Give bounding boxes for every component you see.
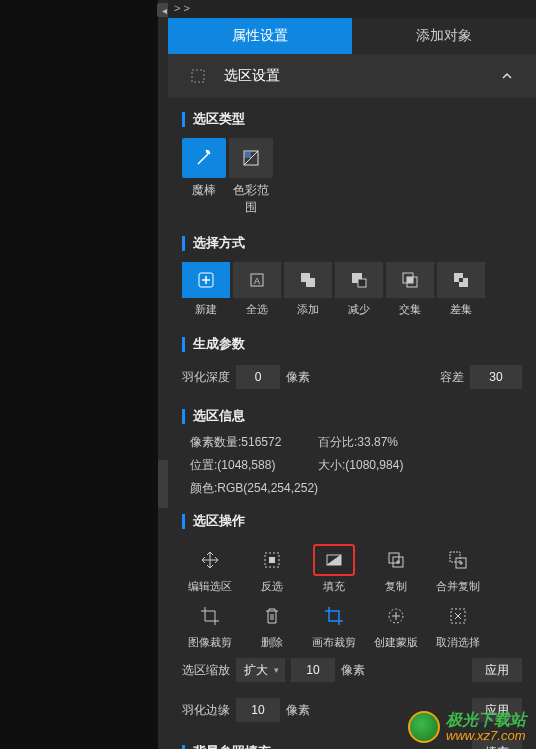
input-feather-edge[interactable]: [236, 698, 280, 722]
scroll-thumb[interactable]: [158, 460, 168, 508]
canvas-vscroll[interactable]: [158, 0, 168, 749]
label-feather-depth: 羽化深度: [182, 369, 230, 386]
input-tolerance[interactable]: [470, 365, 522, 389]
invert-icon: [261, 549, 283, 571]
label-sub: 减少: [335, 302, 383, 317]
canvas-area: [0, 0, 160, 749]
deselect-icon: [447, 605, 469, 627]
mode-diff[interactable]: [437, 262, 485, 298]
accent-bar-icon: [182, 409, 185, 424]
color-range-icon: [241, 148, 261, 168]
globe-icon: [408, 711, 440, 743]
op-fill[interactable]: [313, 544, 355, 576]
accent-bar-icon: [182, 745, 185, 750]
tab-add-object[interactable]: 添加对象: [352, 18, 536, 54]
label-color-range: 色彩范围: [229, 182, 273, 216]
crop-canvas-icon: [323, 605, 345, 627]
op-crop-image[interactable]: [189, 600, 231, 632]
label-add: 添加: [284, 302, 332, 317]
block-title-sel-info: 选区信息: [168, 395, 536, 431]
accent-bar-icon: [182, 514, 185, 529]
svg-rect-2: [244, 151, 251, 158]
diff-selection-icon: [452, 271, 470, 289]
mode-intersect[interactable]: [386, 262, 434, 298]
subtract-selection-icon: [350, 271, 368, 289]
op-crop-canvas[interactable]: [313, 600, 355, 632]
merge-copy-icon: [447, 549, 469, 571]
unit-px: 像素: [286, 369, 310, 386]
intersect-selection-icon: [401, 271, 419, 289]
mode-all[interactable]: A: [233, 262, 281, 298]
section-header-selection[interactable]: 选区设置: [168, 54, 536, 98]
svg-rect-9: [358, 279, 366, 287]
label-all: 全选: [233, 302, 281, 317]
label-tolerance: 容差: [440, 369, 464, 386]
svg-rect-0: [192, 70, 204, 82]
accent-bar-icon: [182, 236, 185, 251]
svg-rect-17: [269, 557, 275, 563]
block-title-sel-mode: 选择方式: [168, 222, 536, 258]
input-scale-amount[interactable]: [291, 658, 335, 682]
op-create-mask[interactable]: [375, 600, 417, 632]
label-inter: 交集: [386, 302, 434, 317]
accent-bar-icon: [182, 337, 185, 352]
label-new: 新建: [182, 302, 230, 317]
label-magic-wand: 魔棒: [182, 182, 226, 216]
label-feather-edge: 羽化边缘: [182, 702, 230, 719]
block-title-gen-params: 生成参数: [168, 323, 536, 359]
mode-new[interactable]: [182, 262, 230, 298]
fill-icon: [323, 549, 345, 571]
right-panel: > > 属性设置 添加对象 选区设置 选区类型 魔棒 色彩范围: [168, 0, 536, 749]
chevron-down-icon: ▾: [274, 665, 279, 675]
section-title: 选区设置: [224, 67, 280, 85]
tool-color-range[interactable]: [229, 138, 273, 178]
tab-properties[interactable]: 属性设置: [168, 18, 352, 54]
tool-magic-wand[interactable]: [182, 138, 226, 178]
op-delete[interactable]: [251, 600, 293, 632]
watermark: 极光下载站 www.xz7.com: [408, 711, 526, 743]
op-invert[interactable]: [251, 544, 293, 576]
mode-add[interactable]: [284, 262, 332, 298]
copy-icon: [385, 549, 407, 571]
block-title-bg-fill: 背景参照填充: [193, 743, 271, 749]
svg-text:A: A: [254, 276, 260, 286]
breadcrumb: > >: [168, 0, 536, 18]
svg-rect-22: [450, 552, 460, 562]
dropdown-scale-mode[interactable]: 扩大▾: [236, 658, 285, 682]
svg-rect-12: [407, 277, 413, 283]
move-icon: [199, 549, 221, 571]
add-selection-icon: [299, 271, 317, 289]
svg-rect-7: [306, 278, 315, 287]
accent-bar-icon: [182, 112, 185, 127]
block-title-sel-type: 选区类型: [168, 98, 536, 134]
selection-section-icon: [190, 68, 206, 84]
op-edit-selection[interactable]: [189, 544, 231, 576]
select-all-icon: A: [248, 271, 266, 289]
op-copy[interactable]: [375, 544, 417, 576]
mask-icon: [385, 605, 407, 627]
op-merge-copy[interactable]: [437, 544, 479, 576]
chevron-up-icon: [500, 69, 514, 83]
btn-apply-scale[interactable]: 应用: [472, 658, 522, 682]
mode-sub[interactable]: [335, 262, 383, 298]
magic-wand-icon: [194, 148, 214, 168]
tabbar: 属性设置 添加对象: [168, 18, 536, 54]
op-deselect[interactable]: [437, 600, 479, 632]
watermark-name: 极光下载站: [446, 711, 526, 729]
new-selection-icon: [197, 271, 215, 289]
crop-image-icon: [199, 605, 221, 627]
block-title-sel-ops: 选区操作: [168, 500, 536, 536]
svg-rect-15: [459, 278, 463, 282]
watermark-url: www.xz7.com: [446, 729, 526, 743]
label-sel-scale: 选区缩放: [182, 662, 230, 679]
input-feather-depth[interactable]: [236, 365, 280, 389]
trash-icon: [261, 605, 283, 627]
label-diff: 差集: [437, 302, 485, 317]
